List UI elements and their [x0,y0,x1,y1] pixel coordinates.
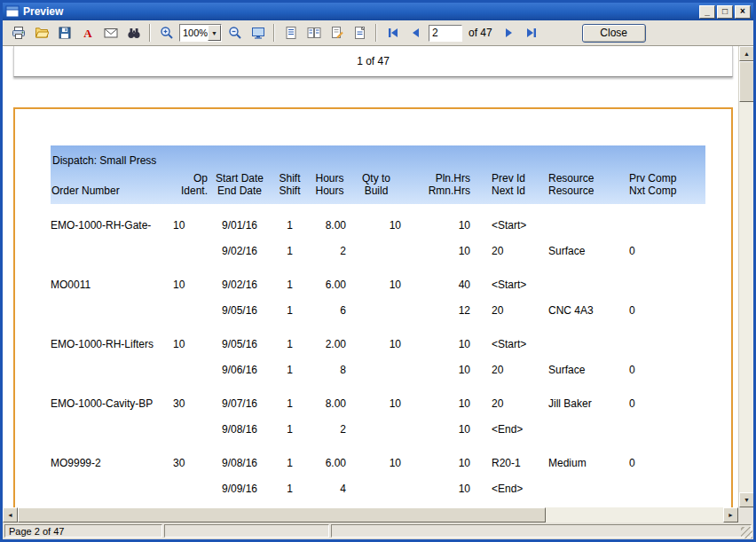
cell [51,475,168,501]
cell: 1 [270,357,310,382]
cell: 10 [350,323,403,357]
header-line1: Qty to [350,172,403,185]
cell: R20-1 [474,442,536,475]
first-page-button[interactable] [382,23,403,43]
window-icon [5,5,20,18]
column-header-prev-next-id: Prev IdNext Id [474,172,536,204]
cell: 9/06/16 [209,357,270,382]
save-button[interactable] [54,23,75,43]
cell: 0 [620,442,705,475]
cell: 10 [350,442,403,475]
email-icon [104,26,118,40]
cell: 6 [310,297,350,323]
cell [350,297,403,323]
up-arrow-icon: ▲ [744,51,750,57]
zoom-out-button[interactable] [224,23,245,43]
horizontal-scrollbar[interactable]: ◄ ► [3,507,738,522]
main-area: 1 of 47 Dispatch: Small Press Order Numb… [3,46,753,507]
right-arrow-icon: ► [728,512,734,518]
find-button[interactable] [123,23,144,43]
vertical-scroll-thumb[interactable] [739,61,754,102]
cell: 2.00 [310,323,350,357]
header-line2: End Date [209,185,270,197]
column-header-dates: Start DateEnd Date [209,172,270,204]
cell [536,416,620,442]
header-line2: Build [350,185,403,197]
email-button[interactable] [100,23,121,43]
cell: 9/08/16 [209,442,270,475]
cell: CNC 4A3 [536,297,620,323]
toolbar-separator [149,24,151,42]
print-button[interactable] [8,23,28,43]
close-button[interactable]: Close [582,24,646,43]
cell [620,204,705,238]
previous-page-button[interactable] [406,23,426,43]
cell: Surface [536,357,620,382]
open-button[interactable] [31,23,51,43]
page-count-label: of 47 [469,27,492,39]
cell: 1 [270,323,310,357]
cell: 9/02/16 [209,263,270,297]
cell: 20 [474,382,536,416]
cell: EMO-1000-RH-Lifters [51,323,168,357]
cell: 40 [403,263,474,297]
chevron-down-icon[interactable]: ▼ [208,25,221,41]
cell: 1 [270,416,310,442]
cell [620,416,705,442]
column-header-comp: Prv CompNxt Comp [620,172,705,204]
scroll-left-button[interactable]: ◄ [3,507,18,522]
cell [51,357,168,382]
cell: EMO-1000-Cavity-BP [51,382,168,416]
cell: 10 [403,323,474,357]
cell: 9/05/16 [209,297,270,323]
fit-to-screen-button[interactable] [248,23,268,43]
preview-viewport[interactable]: 1 of 47 Dispatch: Small Press Order Numb… [3,46,738,507]
toolbar-separator [273,24,275,42]
scroll-right-button[interactable]: ► [723,507,738,522]
cell: 10 [403,416,474,442]
scroll-down-button[interactable]: ▼ [739,492,754,507]
page-edit-button[interactable] [327,23,347,43]
next-page-button[interactable] [499,23,519,43]
report-title-row: Dispatch: Small Press [51,145,705,172]
vertical-scrollbar[interactable]: ▲ ▼ [738,46,753,507]
report-header-row: Order Number OpIdent. Start DateEnd Date… [51,172,705,204]
export-pdf-button[interactable]: A [77,23,98,43]
window-title: Preview [23,5,699,18]
horizontal-scroll-thumb[interactable] [18,507,546,522]
cell: 1 [270,442,310,475]
minimize-button[interactable]: _ [699,5,715,19]
page-setup-button[interactable] [350,23,370,43]
cell: <Start> [474,263,536,297]
page-number-input[interactable] [429,25,462,42]
header-line2: Next Id [492,185,536,197]
single-page-view-button[interactable] [280,23,301,43]
header-line1: Shift [270,172,310,185]
header-line1: Pln.Hrs [403,172,470,185]
status-pane-middle [164,524,329,538]
cell: 4 [310,475,350,501]
close-window-button[interactable]: × [735,5,751,19]
scrollbar-corner [738,507,753,522]
cell: 1 [270,204,310,238]
cell: 9/05/16 [209,323,270,357]
cell: 20 [474,357,536,382]
cell: 10 [403,382,474,416]
zoom-select[interactable]: 100% ▼ [179,24,222,42]
cell: 10 [403,238,474,263]
last-page-icon [524,26,539,40]
scroll-up-button[interactable]: ▲ [739,46,754,61]
cell: 9/07/16 [209,382,270,416]
cell [536,204,620,238]
resize-grip[interactable] [741,527,752,538]
zoom-in-button[interactable] [156,23,177,43]
cell: 10 [350,382,403,416]
multi-page-view-button[interactable] [303,23,324,43]
maximize-button[interactable]: □ [717,5,733,19]
header-line1: Resource [548,172,620,185]
cell: 10 [403,204,474,238]
last-page-button[interactable] [522,23,542,43]
previous-page-icon [409,26,423,40]
cell: Surface [536,238,620,263]
down-arrow-icon: ▼ [744,497,750,503]
